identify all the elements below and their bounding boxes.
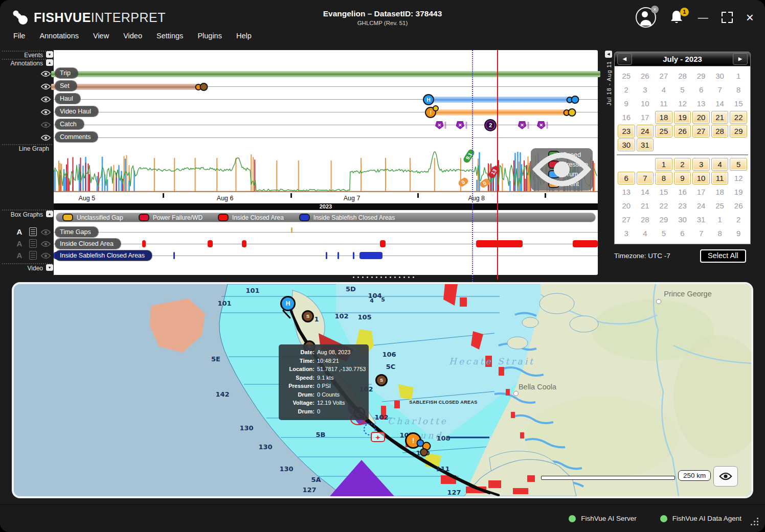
calendar-day[interactable]: 5 xyxy=(655,227,672,240)
user-avatar[interactable]: × xyxy=(636,7,656,28)
calendar-day[interactable]: 27 xyxy=(692,125,710,137)
calendar-day[interactable]: 8 xyxy=(655,172,672,184)
calendar-day[interactable]: 21 xyxy=(711,111,729,124)
timeline-bar[interactable] xyxy=(51,71,601,77)
calendar-day[interactable]: 24 xyxy=(692,199,710,212)
panel-splitter-handle[interactable] xyxy=(353,276,414,278)
menu-item-annotations[interactable]: Annotations xyxy=(39,32,79,40)
catch-x-marker[interactable]: ✕ xyxy=(435,121,444,129)
calendar-day[interactable]: 14 xyxy=(711,97,729,110)
calendar-day[interactable]: 25 xyxy=(618,70,635,82)
playhead-cursor-dotted[interactable] xyxy=(472,50,473,282)
calendar-day[interactable]: 4 xyxy=(637,227,654,240)
eye-icon[interactable] xyxy=(40,70,51,78)
box-graph-bar[interactable] xyxy=(208,240,213,247)
waypoint-cross-marker[interactable]: + xyxy=(376,433,380,442)
calendar-day[interactable]: 28 xyxy=(711,125,729,137)
calendar-day[interactable]: 7 xyxy=(711,83,729,96)
calendar-day[interactable]: 2 xyxy=(618,83,635,96)
line-graph[interactable]: SpeedPressureDrumEvent 9.10130 xyxy=(54,148,598,192)
catch-x-marker[interactable]: ✕ xyxy=(456,121,464,129)
menu-item-view[interactable]: View xyxy=(93,32,109,40)
selection-cursor-red[interactable] xyxy=(497,50,498,280)
calendar-day[interactable]: 11 xyxy=(711,172,729,184)
box-graph-bar[interactable] xyxy=(142,240,145,247)
calendar-day[interactable]: 9 xyxy=(730,227,747,240)
box-row-label[interactable]: Time Gaps xyxy=(55,227,98,237)
video-haul-start-marker[interactable]: ! xyxy=(425,107,436,118)
calendar-day[interactable]: 17 xyxy=(692,186,710,198)
a-icon[interactable]: A xyxy=(15,239,24,248)
set-map-marker[interactable]: S xyxy=(375,374,388,386)
calendar-day[interactable]: 18 xyxy=(711,186,729,198)
calendar-day[interactable]: 10 xyxy=(692,172,710,184)
calendar-collapse-button[interactable]: ◀ xyxy=(605,51,612,58)
calendar-day[interactable]: 12 xyxy=(730,172,747,184)
box-row-label[interactable]: Inside Sablefish Closed Areas xyxy=(55,250,152,261)
box-graph-bar[interactable] xyxy=(291,227,292,233)
box-graphs-collapse-button[interactable]: ▲ xyxy=(46,211,53,217)
segment-end-marker[interactable] xyxy=(567,96,579,104)
calendar-day[interactable]: 20 xyxy=(618,199,635,212)
eye-icon[interactable] xyxy=(40,252,51,260)
menu-item-help[interactable]: Help xyxy=(236,32,252,40)
calendar-day[interactable]: 6 xyxy=(692,83,710,96)
calendar-day[interactable]: 7 xyxy=(637,172,654,184)
calendar-day[interactable]: 16 xyxy=(674,186,691,198)
haul-map-marker[interactable]: H xyxy=(280,296,296,311)
calendar-day[interactable]: 3 xyxy=(637,83,654,96)
catch-count-marker[interactable]: 2 xyxy=(484,119,497,131)
calendar-day[interactable]: 4 xyxy=(655,83,672,96)
box-graph-bar[interactable] xyxy=(353,252,354,259)
calendar-day[interactable]: 6 xyxy=(674,227,691,240)
calendar-day[interactable]: 1 xyxy=(711,213,729,226)
calendar-day[interactable]: 9 xyxy=(674,172,691,184)
list-icon[interactable] xyxy=(29,251,37,260)
calendar-day[interactable]: 31 xyxy=(692,213,710,226)
timeline-bar[interactable] xyxy=(432,109,568,115)
haul-start-marker[interactable]: H xyxy=(423,94,434,105)
drum-map-dot[interactable] xyxy=(417,440,424,447)
resize-grip[interactable] xyxy=(749,518,758,527)
notifications-bell-icon[interactable]: 1 xyxy=(669,10,685,25)
calendar-day[interactable]: 5 xyxy=(730,158,747,171)
eye-icon[interactable] xyxy=(40,228,51,236)
catch-x-marker[interactable]: ✕ xyxy=(518,121,527,129)
calendar-day[interactable]: 26 xyxy=(730,199,747,212)
calendar-day[interactable]: 10 xyxy=(637,97,654,110)
calendar-day[interactable]: 13 xyxy=(692,97,710,110)
box-graph-bar[interactable] xyxy=(173,252,175,259)
timeline-row-label[interactable]: Trip xyxy=(55,68,78,78)
calendar-day[interactable]: 3 xyxy=(692,158,710,171)
box-graph-bar[interactable] xyxy=(326,252,327,259)
calendar-day[interactable]: 17 xyxy=(637,111,654,124)
list-icon[interactable] xyxy=(29,227,37,236)
close-button[interactable]: × xyxy=(746,10,754,25)
calendar-day[interactable]: 30 xyxy=(618,138,635,151)
calendar-day[interactable]: 26 xyxy=(674,125,691,137)
map-visibility-toggle[interactable] xyxy=(713,466,738,487)
timeline-row-label[interactable]: Comments xyxy=(55,132,98,142)
calendar-day[interactable]: 5 xyxy=(674,83,691,96)
calendar-day[interactable]: 13 xyxy=(618,186,635,198)
segment-end-marker[interactable] xyxy=(195,83,208,91)
calendar-day[interactable]: 27 xyxy=(655,70,672,82)
calendar-day[interactable]: 7 xyxy=(692,227,710,240)
calendar-day[interactable]: 30 xyxy=(674,213,691,226)
box-graph-bar[interactable] xyxy=(242,240,246,247)
calendar-day[interactable]: 25 xyxy=(711,199,729,212)
box-graph-bar[interactable] xyxy=(338,252,339,259)
eye-icon[interactable] xyxy=(40,83,51,90)
calendar-day[interactable]: 28 xyxy=(674,70,691,82)
timeline-row-label[interactable]: Haul xyxy=(55,94,80,104)
calendar-day[interactable]: 22 xyxy=(655,199,672,212)
calendar-day[interactable]: 19 xyxy=(674,111,691,124)
calendar-day[interactable]: 12 xyxy=(674,97,691,110)
menu-item-plugins[interactable]: Plugins xyxy=(197,32,222,40)
calendar-day[interactable]: 24 xyxy=(637,125,654,137)
calendar-day[interactable]: 2 xyxy=(674,158,691,171)
calendar-day[interactable]: 16 xyxy=(618,111,635,124)
eye-icon[interactable] xyxy=(535,181,545,188)
select-all-button[interactable]: Select All xyxy=(700,249,746,263)
eye-icon[interactable] xyxy=(40,134,51,142)
